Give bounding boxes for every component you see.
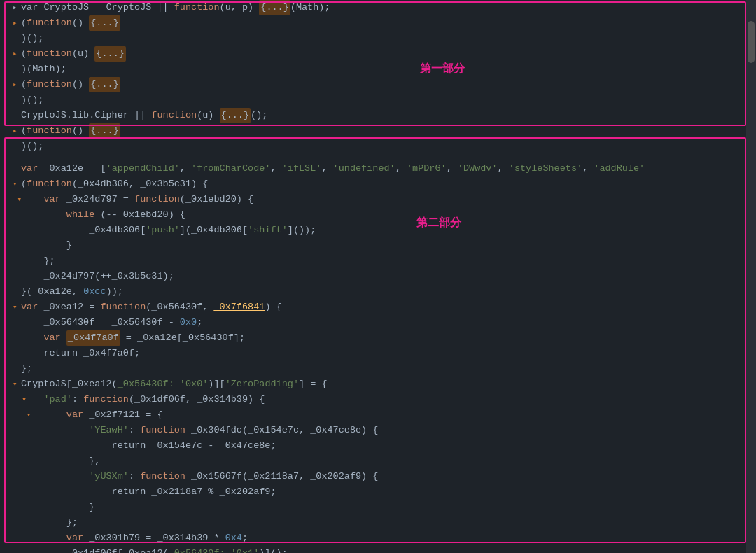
code-line-s2-22: return _0x2118a7 % _0x202af9; xyxy=(13,484,756,500)
code-line-0: ▸ var CryptoJS = CryptoJS || function(u,… xyxy=(13,0,756,15)
code-line-3: ▸ (function(u) {...} xyxy=(13,46,756,62)
code-line-4: )(Math); xyxy=(13,62,756,77)
section1-label: 第一部分 xyxy=(420,62,465,76)
code-line-s2-13: return _0x4f7a0f; xyxy=(13,346,756,361)
code-line-s2-4: while (--_0x1ebd20) { xyxy=(13,207,756,223)
code-line-s2-7: }; xyxy=(13,253,756,269)
code-line-s2-3: ▾ var _0x24d797 = function(_0x1ebd20) { xyxy=(13,192,756,207)
code-line-s2-19: return _0x154e7c - _0x47ce8e; xyxy=(13,438,756,454)
code-line-s2-25: var _0x301b79 = _0x314b39 * 0x4; xyxy=(13,531,756,546)
code-line-s2-10: ▾ var _0xea12 = function(_0x56430f, _0x7… xyxy=(13,300,756,315)
code-line-s2-16: ▾ 'pad': function(_0x1df06f, _0x314b39) … xyxy=(13,392,756,407)
code-line-s2-24: }; xyxy=(13,515,756,531)
section2-label: 第二部分 xyxy=(416,216,461,230)
code-line-s2-14: }; xyxy=(13,361,756,377)
code-line-s2-2: ▾ (function(_0x4db306, _0x3b5c31) { xyxy=(13,176,756,192)
code-line-2: )(); xyxy=(13,31,756,46)
code-line-8: ▸ (function() {...} xyxy=(13,123,756,139)
code-line-s2-12: var _0x4f7a0f = _0xa12e[_0x56430f]; xyxy=(13,330,756,346)
code-line-blank xyxy=(13,154,756,161)
code-line-s2-11: _0x56430f = _0x56430f - 0x0; xyxy=(13,315,756,330)
code-line-9: )(); xyxy=(13,139,756,154)
scrollbar[interactable] xyxy=(746,0,756,553)
code-line-s2-20: }, xyxy=(13,454,756,469)
code-line-s2-5: _0x4db306['push'](_0x4db306['shift']()); xyxy=(13,223,756,238)
code-line-7: CryptoJS.lib.Cipher || function(u) {...}… xyxy=(13,108,756,123)
code-line-5: ▸ (function() {...} xyxy=(13,77,756,92)
code-line-1: ▸ (function() {...} xyxy=(13,15,756,31)
code-line-s2-9: }(_0xa12e, 0xcc)); xyxy=(13,284,756,300)
code-line-s2-18: 'YEawH': function _0x304fdc(_0x154e7c, _… xyxy=(13,423,756,438)
code-line-s2-15: ▾ CryptoJS[_0xea12(_0x56430f: '0x0')]['Z… xyxy=(13,377,756,392)
code-line-s2-21: 'yUSXm': function _0x15667f(_0x2118a7, _… xyxy=(13,469,756,484)
code-line-s2-1: var _0xa12e = ['appendChild', 'fromCharC… xyxy=(13,161,756,176)
code-line-s2-17: ▾ var _0x2f7121 = { xyxy=(13,407,756,423)
code-line-s2-23: } xyxy=(13,500,756,515)
code-editor: 第一部分 第二部分 ▸ var CryptoJS = CryptoJS || f… xyxy=(0,0,756,553)
code-line-6: )(); xyxy=(13,92,756,108)
code-line-s2-26: _0x1df06f[_0xea12(_0x56430f: '0x1')](); xyxy=(13,546,756,553)
code-line-s2-8: _0x24d797(++_0x3b5c31); xyxy=(13,269,756,284)
code-lines: ▸ var CryptoJS = CryptoJS || function(u,… xyxy=(0,0,756,553)
scrollbar-thumb[interactable] xyxy=(748,21,755,63)
code-line-s2-6: } xyxy=(13,238,756,253)
